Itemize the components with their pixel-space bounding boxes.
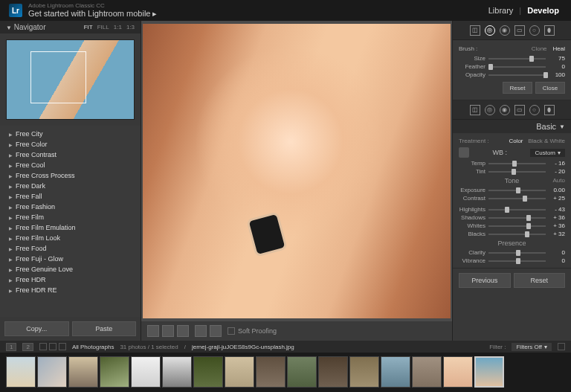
before-after-lr-icon[interactable] — [162, 325, 174, 337]
redeye-tool-icon[interactable]: ◉ — [500, 25, 510, 36]
tint-slider[interactable] — [488, 169, 546, 175]
filter-lock-icon[interactable] — [558, 343, 565, 350]
loupe-view-icon[interactable] — [147, 325, 159, 337]
opacity-slider[interactable] — [488, 72, 546, 78]
preset-folder[interactable]: ▶Free Contrast — [0, 150, 141, 160]
preset-folder[interactable]: ▶Free Cross Process — [0, 170, 141, 181]
filter-select[interactable]: Filters Off▾ — [512, 343, 552, 351]
thumbnail[interactable] — [100, 356, 129, 388]
thumbnail[interactable] — [6, 356, 36, 388]
paste-button[interactable]: Paste — [72, 321, 137, 336]
zoom-fill[interactable]: FILL — [97, 24, 109, 30]
thumbnail[interactable] — [381, 356, 410, 388]
display-2[interactable]: 2 — [22, 343, 33, 351]
preset-folder[interactable]: ▶Free Genuine Love — [0, 264, 141, 274]
crop-tool-icon-2[interactable]: ◫ — [470, 105, 480, 115]
basic-panel: Treatment : Color Black & White WB : Cus… — [453, 133, 571, 269]
preset-folder[interactable]: ▶Free Cool — [0, 160, 141, 170]
thumbnail[interactable] — [131, 356, 161, 388]
treatment-color[interactable]: Color — [509, 138, 523, 144]
wb-select[interactable]: Custom▾ — [530, 149, 565, 157]
preset-folder[interactable]: ▶Free HDR — [0, 274, 141, 285]
adjustment-brush-icon[interactable]: ⬮ — [544, 25, 555, 36]
previous-button[interactable]: Previous — [459, 273, 511, 288]
zoom-1-3[interactable]: 1:3 — [126, 24, 135, 30]
thumbnail[interactable] — [287, 356, 317, 388]
brush-close-button[interactable]: Close — [535, 82, 565, 94]
thumbnail[interactable] — [162, 356, 192, 388]
preset-folder[interactable]: ▶Free Fashion — [0, 202, 141, 212]
zoom-1-1[interactable]: 1:1 — [114, 24, 122, 30]
whites-slider[interactable] — [488, 223, 546, 229]
identity-arrow-icon[interactable]: ▸ — [152, 9, 157, 18]
thumbnail[interactable] — [37, 356, 67, 388]
auto-tone-button[interactable]: Auto — [553, 177, 565, 184]
zoom-fit[interactable]: FIT — [84, 24, 93, 30]
thumbnail[interactable] — [412, 356, 442, 388]
thumbnail[interactable] — [193, 356, 223, 388]
highlights-slider[interactable] — [488, 207, 546, 213]
thumbnail[interactable] — [68, 356, 98, 388]
basic-panel-label[interactable]: Basic — [536, 122, 556, 131]
radial-filter-icon-2[interactable]: ○ — [529, 105, 540, 115]
preset-folder[interactable]: ▶Free Film — [0, 212, 141, 222]
copy-before-icon[interactable] — [210, 325, 222, 337]
temp-slider[interactable] — [488, 161, 546, 167]
size-slider[interactable] — [488, 56, 546, 62]
thumbnail[interactable] — [256, 356, 286, 388]
display-1[interactable]: 1 — [6, 343, 16, 351]
module-library[interactable]: Library — [485, 4, 517, 16]
preset-folder[interactable]: ▶Free Color — [0, 139, 141, 150]
thumbnail[interactable] — [349, 356, 379, 388]
navigator-preview[interactable] — [6, 39, 135, 120]
nav-back-icon[interactable] — [49, 343, 57, 350]
filmstrip[interactable] — [0, 353, 571, 391]
spot-removal-tool-icon-2[interactable]: ◎ — [485, 105, 495, 115]
treatment-bw[interactable]: Black & White — [528, 138, 565, 144]
thumbnail[interactable] — [443, 356, 473, 388]
navigator-view-rect[interactable] — [30, 51, 86, 103]
thumbnail[interactable] — [225, 356, 254, 388]
brush-reset-button[interactable]: Reset — [503, 82, 532, 94]
preset-folder[interactable]: ▶Free Dark — [0, 181, 141, 191]
preset-folder[interactable]: ▶Free Fall — [0, 191, 141, 202]
brush-heal-tab[interactable]: Heal — [553, 45, 565, 52]
breadcrumb[interactable]: All Photographs — [72, 344, 114, 350]
grid-view-icon[interactable] — [39, 343, 47, 350]
thumbnail[interactable] — [318, 356, 348, 388]
preset-folder[interactable]: ▶Free Film Emulation — [0, 222, 141, 233]
preset-folder[interactable]: ▶Free Food — [0, 243, 141, 254]
adjustment-brush-icon-2[interactable]: ⬮ — [544, 105, 555, 115]
swap-icon[interactable] — [195, 325, 207, 337]
copy-button[interactable]: Copy... — [4, 321, 69, 336]
soft-proofing-checkbox[interactable] — [228, 327, 235, 335]
shadows-slider[interactable] — [488, 215, 546, 221]
nav-fwd-icon[interactable] — [59, 343, 66, 350]
vibrance-slider[interactable] — [488, 258, 546, 264]
module-develop[interactable]: Develop — [524, 4, 562, 16]
spot-removal-tool-icon[interactable]: ◎ — [485, 25, 495, 36]
clarity-slider[interactable] — [488, 250, 546, 256]
main-photo[interactable] — [143, 24, 451, 318]
graduated-filter-icon-2[interactable]: ▭ — [514, 105, 525, 115]
preset-folder[interactable]: ▶Free Fuji - Glow — [0, 254, 141, 264]
basic-collapse-icon[interactable]: ▼ — [559, 123, 565, 130]
crop-tool-icon[interactable]: ◫ — [470, 25, 480, 36]
feather-slider[interactable] — [488, 64, 546, 70]
exposure-slider[interactable] — [488, 187, 546, 193]
before-after-tb-icon[interactable] — [177, 325, 189, 337]
preset-folder[interactable]: ▶Free HDR RE — [0, 285, 141, 295]
brush-clone-tab[interactable]: Clone — [532, 45, 547, 52]
blacks-slider[interactable] — [488, 231, 546, 237]
wb-picker-icon[interactable] — [459, 147, 469, 158]
graduated-filter-icon[interactable]: ▭ — [514, 25, 525, 36]
reset-button[interactable]: Reset — [514, 273, 566, 288]
preset-folder[interactable]: ▶Free Film Look — [0, 233, 141, 243]
navigator-collapse-icon[interactable]: ▼ — [6, 25, 12, 31]
preset-folder[interactable]: ▶Free City — [0, 129, 141, 139]
radial-filter-icon[interactable]: ○ — [529, 25, 540, 36]
thumbnail-selected[interactable] — [474, 356, 504, 388]
redeye-tool-icon-2[interactable]: ◉ — [500, 105, 510, 115]
contrast-slider[interactable] — [488, 196, 546, 202]
identity-title[interactable]: Get started with Lightroom mobile — [28, 9, 150, 18]
